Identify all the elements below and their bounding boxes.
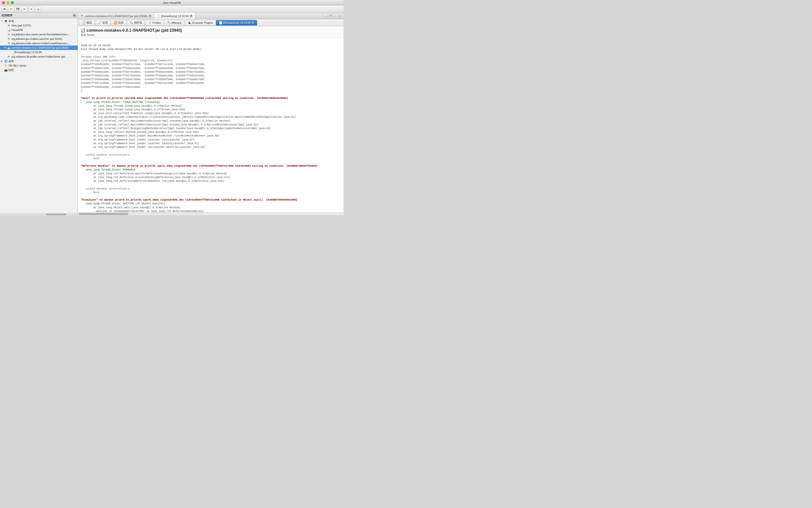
- maven-icon: ☕: [7, 33, 11, 36]
- nav-tab-mbeans[interactable]: 🔧 MBeans: [164, 20, 184, 26]
- nav-tab-mbeans-label: MBeans: [172, 21, 181, 24]
- thread3-header: "Finalizer" #3 daemon prio=8 os_prio=31 …: [81, 198, 297, 201]
- sidebar-item-vmdump[interactable]: 📁 VM 核心 dump: [0, 63, 78, 68]
- sidebar-hscroll[interactable]: [0, 213, 78, 215]
- nav-tab-monitor-label: 监视: [102, 21, 108, 25]
- panel-title: common-mistakes-0.0.1-SNAPSHOT.jar (pid …: [87, 28, 182, 33]
- sampler-icon: 🔍: [130, 21, 133, 25]
- app-container: ⊞ 📂 💾 ↩ ↪ 📊 应用程序 ✕ ▼ 💻 本地: [0, 5, 344, 215]
- vmdump-label: VM 核心 dump: [8, 64, 26, 68]
- toolbar-btn-1[interactable]: ⊞: [1, 6, 7, 12]
- nav-tab-jconsole[interactable]: 🔌 JConsole Plugins: [185, 20, 216, 26]
- sidebar-item-idea[interactable]: ☕ Idea (pid 12707): [0, 23, 78, 28]
- sidebar-header: 应用程序 ✕: [0, 13, 78, 18]
- remote-icon: 🌐: [4, 59, 8, 63]
- thread1-stack: at java.lang.Thread.sleep(java.base@11.0…: [81, 104, 296, 149]
- nav-tab-overview[interactable]: 📋 概述: [79, 20, 95, 26]
- traffic-lights[interactable]: [2, 1, 14, 4]
- toolbar-btn-3[interactable]: 💾: [15, 6, 21, 12]
- profilerserver-label: org.netbeans.lib.profiler.server.Profile…: [11, 55, 68, 58]
- nav-tab-sampler[interactable]: 🔍 抽样器: [127, 20, 145, 26]
- vmdump-icon: 📁: [4, 64, 8, 67]
- sidebar-tree: ▼ 💻 本地 ☕ Idea (pid 12707) 📊 VisualVM: [0, 18, 78, 213]
- panel-refresh-icon[interactable]: 🔄: [81, 29, 85, 32]
- main-toolbar: ⊞ 📂 💾 ↩ ↪ 📊: [0, 5, 344, 13]
- maven-label: org.jetbrains.idea.maven.server.RemoteMa…: [11, 33, 71, 36]
- sidebar-title: 应用程序: [1, 13, 12, 17]
- thread2-state: java.lang.Thread.State: RUNNABLE: [81, 168, 135, 171]
- overview-icon: 📋: [82, 21, 86, 25]
- snapshot-jar-icon: ☕: [7, 46, 11, 49]
- win-restore[interactable]: ❐: [328, 14, 333, 18]
- tab-threaddump[interactable]: 📄 [threaddump] 13:10:09 ✕: [154, 13, 195, 19]
- visualvm-label: VisualVM: [11, 29, 23, 31]
- sidebar-item-local-group[interactable]: ▼ 💻 本地: [0, 19, 78, 23]
- thread2-locked: Locked ownable synchronizers: - None: [81, 187, 131, 194]
- tab-jar-close[interactable]: ✕: [148, 14, 151, 17]
- sidebar-item-snapshot[interactable]: 📸 快照: [0, 68, 78, 72]
- tab-jar[interactable]: ☕ common-mistakes-0 0.1-SNAPSHOT.jar (pi…: [78, 13, 154, 19]
- nav-tab-threads[interactable]: 🔀 线程: [111, 20, 126, 26]
- nav-tab-threaddump[interactable]: 📄 [threaddump] 13:10:09 ✕: [216, 20, 257, 26]
- nav-tab-profiler-label: Profiler: [152, 21, 161, 24]
- threaddump-icon: 📄: [10, 51, 14, 54]
- window-title: Java VisualVM: [163, 1, 181, 4]
- sidebar-item-kotlin[interactable]: ☕ org.jetbrains.kotlin.daemon.KotlinComp…: [0, 41, 78, 45]
- dump-timestamp-line: 2020-01-29 13:10:09: [81, 44, 110, 47]
- sidebar-item-threaddump[interactable]: 📄 [threaddump] 13:10:09: [0, 50, 78, 54]
- tab-jar-icon: ☕: [80, 14, 84, 17]
- dump-smr-section: Threads class SMR info: _java_thread_lis…: [81, 55, 206, 92]
- nav-tab-threaddump-label: [threaddump] 13:10:09: [223, 21, 251, 24]
- snapshot-icon: 📸: [4, 69, 8, 72]
- mbeans-icon: 🔧: [167, 21, 171, 25]
- thread3-stack: at java.lang.Object.wait(java.base@11.0.…: [81, 206, 232, 212]
- sidebar-item-visualvm[interactable]: 📊 VisualVM: [0, 28, 78, 32]
- sidebar-item-launcher[interactable]: ☕ org.jetbrains.jps.cmdline.Launcher (pi…: [0, 37, 78, 41]
- visualvm-icon: 📊: [7, 29, 11, 32]
- thread1-state: java.lang.Thread.State: TIMED_WAITING (s…: [81, 101, 160, 103]
- sidebar-close-button[interactable]: ✕: [73, 14, 76, 17]
- tab-threaddump-close[interactable]: ✕: [190, 14, 192, 17]
- content-area: 应用程序 ✕ ▼ 💻 本地 ☕ Idea (pid 12707): [0, 13, 344, 215]
- win-close[interactable]: ✕: [338, 14, 343, 18]
- panel-header: 🔄 common-mistakes-0.0.1-SNAPSHOT.jar (pi…: [78, 26, 344, 38]
- win-minimize[interactable]: —: [323, 14, 328, 18]
- idea-icon: ☕: [7, 24, 11, 27]
- toolbar-btn-5[interactable]: ↪: [28, 6, 34, 12]
- threaddump-nav-icon: 📄: [219, 21, 222, 25]
- thread2-header: "Reference Handler" #2 daemon prio=10 os…: [81, 165, 318, 167]
- sidebar-item-maven[interactable]: ☕ org.jetbrains.idea.maven.server.Remote…: [0, 32, 78, 37]
- sidebar-item-remote-group[interactable]: ▶ 🌐 远程: [0, 59, 78, 63]
- toolbar-btn-2[interactable]: 📂: [8, 6, 14, 12]
- h-scrollbar-thumb[interactable]: [79, 213, 128, 215]
- close-button[interactable]: [2, 1, 5, 4]
- idea-label: Idea (pid 12707): [11, 24, 31, 27]
- minimize-button[interactable]: [6, 1, 9, 4]
- sidebar-item-profilerserver[interactable]: ☕ org.netbeans.lib.profiler.server.Profi…: [0, 54, 78, 59]
- local-label: 本地: [8, 19, 14, 23]
- maximize-button[interactable]: [11, 1, 14, 4]
- win-maximize[interactable]: □: [333, 14, 337, 18]
- tab-threaddump-label: [threaddump] 13:10:09: [161, 14, 189, 17]
- title-bar: Java VisualVM: [0, 0, 344, 5]
- toolbar-btn-4[interactable]: ↩: [21, 6, 28, 12]
- toolbar-btn-6[interactable]: 📊: [35, 6, 41, 12]
- sidebar-scroll-thumb: [46, 214, 66, 215]
- tree-toggle-remote[interactable]: ▶: [1, 60, 4, 62]
- thread-dump-area[interactable]: 2020-01-29 13:10:09 Full thread dump Jav…: [78, 38, 344, 212]
- nav-tab-monitor[interactable]: 📈 监视: [95, 20, 110, 26]
- kotlin-icon: ☕: [7, 42, 11, 45]
- tab-bar: ☕ common-mistakes-0 0.1-SNAPSHOT.jar (pi…: [78, 13, 344, 19]
- sidebar-item-snapshot-jar[interactable]: ▼ ☕ common-mistakes-0.0.1-SNAPSHOT.jar (…: [0, 45, 78, 50]
- panel-subtitle: 线程 Dump: [81, 33, 341, 37]
- horizontal-scrollbar[interactable]: [78, 212, 344, 215]
- nav-tab-profiler[interactable]: ⚡ Profiler: [145, 20, 164, 26]
- thread1-locked: Locked ownable synchronizers: - None: [81, 153, 131, 160]
- launcher-icon: ☕: [7, 37, 11, 41]
- nav-tab-sampler-label: 抽样器: [134, 21, 142, 25]
- tree-toggle-local[interactable]: ▼: [1, 20, 4, 22]
- profilerserver-icon: ☕: [7, 55, 11, 58]
- thread3-state: java.lang.Thread.State: WAITING (on obje…: [81, 202, 165, 205]
- nav-tabs: 📋 概述 📈 监视 🔀 线程 🔍 抽样器 ⚡ Profiler: [78, 19, 344, 26]
- nav-tab-threaddump-close[interactable]: ✕: [252, 21, 254, 24]
